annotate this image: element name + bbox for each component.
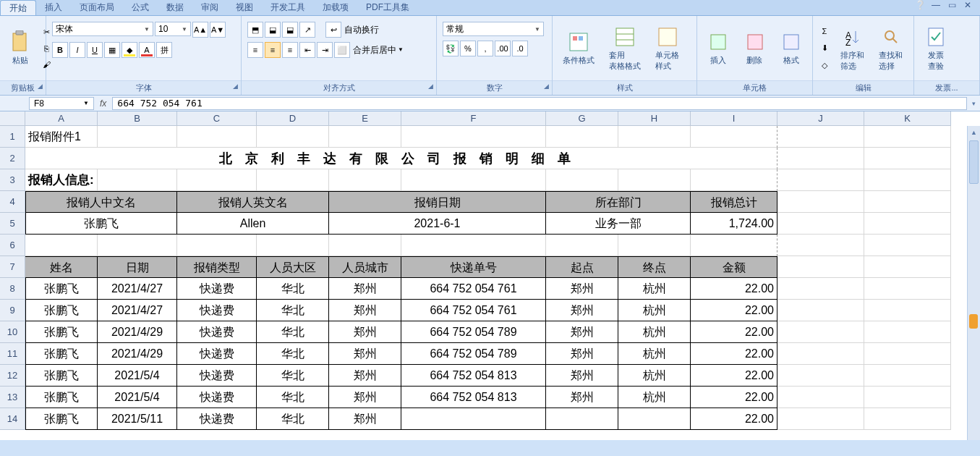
tab-PDF工具集[interactable]: PDF工具集 <box>357 0 418 15</box>
row-header-5[interactable]: 5 <box>0 213 25 235</box>
cell[interactable]: 郑州 <box>329 387 401 408</box>
cell[interactable]: 22.00 <box>691 343 777 365</box>
cell[interactable]: 业务一部 <box>546 213 691 235</box>
cell[interactable] <box>401 408 546 430</box>
cell[interactable]: 2021/5/4 <box>98 387 177 408</box>
conditional-format-button[interactable]: 条件格式 <box>557 28 600 69</box>
cell[interactable] <box>329 126 401 148</box>
help-icon[interactable]: ❔ <box>913 0 926 15</box>
tab-数据[interactable]: 数据 <box>158 0 192 15</box>
cell[interactable]: 张鹏飞 <box>25 321 98 343</box>
cell[interactable]: 金额 <box>691 256 777 278</box>
cell[interactable] <box>401 235 546 256</box>
cell[interactable] <box>777 387 864 408</box>
cell[interactable] <box>777 235 864 256</box>
cell[interactable]: 杭州 <box>618 343 691 365</box>
close-icon[interactable]: ✕ <box>961 0 974 15</box>
fill-icon[interactable]: ⬇ <box>817 41 832 56</box>
cell[interactable]: 郑州 <box>329 343 401 365</box>
select-all-corner[interactable] <box>0 111 25 126</box>
cell[interactable]: 22.00 <box>691 387 777 408</box>
cell[interactable] <box>177 126 257 148</box>
cell[interactable]: 姓名 <box>25 256 98 278</box>
cell[interactable]: 664 752 054 789 <box>401 321 546 343</box>
cell[interactable]: 22.00 <box>691 278 777 300</box>
format-cells-button[interactable]: 格式 <box>775 28 808 69</box>
cell[interactable]: 快递单号 <box>401 256 546 278</box>
decrease-decimal-icon[interactable]: .0 <box>512 41 528 56</box>
cell[interactable]: 664 752 054 813 <box>401 387 546 408</box>
cell[interactable]: 报销人信息: <box>25 169 98 191</box>
comma-icon[interactable]: , <box>477 41 493 56</box>
cell[interactable] <box>777 321 864 343</box>
paste-button[interactable]: 粘贴 <box>4 28 36 69</box>
cell[interactable]: 张鹏飞 <box>25 278 98 300</box>
number-format-combo[interactable]: 常规▼ <box>443 22 544 36</box>
bold-button[interactable]: B <box>52 42 68 58</box>
cell[interactable]: 664 752 054 761 <box>401 278 546 300</box>
cell[interactable]: 张鹏飞 <box>25 408 98 430</box>
cell[interactable] <box>618 126 691 148</box>
cell[interactable]: 郑州 <box>546 343 618 365</box>
cell[interactable] <box>177 169 257 191</box>
vertical-scrollbar[interactable]: ▲ <box>967 126 980 440</box>
insert-cells-button[interactable]: 插入 <box>702 28 735 69</box>
cell[interactable]: 郑州 <box>546 365 618 387</box>
cell[interactable] <box>691 235 777 256</box>
row-header-12[interactable]: 12 <box>0 365 25 387</box>
tab-审阅[interactable]: 审阅 <box>192 0 227 15</box>
cell[interactable] <box>864 408 951 430</box>
cell[interactable] <box>401 126 546 148</box>
cell[interactable]: 人员城市 <box>329 256 401 278</box>
row-header-10[interactable]: 10 <box>0 321 25 343</box>
cell[interactable] <box>618 235 691 256</box>
align-right-icon[interactable]: ≡ <box>282 42 298 58</box>
italic-button[interactable]: I <box>69 42 85 58</box>
increase-decimal-icon[interactable]: .00 <box>495 41 511 56</box>
cell[interactable]: 22.00 <box>691 408 777 430</box>
cell[interactable] <box>546 169 618 191</box>
cell[interactable]: 664 752 054 761 <box>401 300 546 321</box>
cell[interactable]: 22.00 <box>691 365 777 387</box>
col-header-F[interactable]: F <box>401 111 546 126</box>
cell[interactable] <box>864 321 951 343</box>
align-middle-icon[interactable]: ⬓ <box>265 22 281 38</box>
cell[interactable]: 664 752 054 789 <box>401 343 546 365</box>
row-header-3[interactable]: 3 <box>0 169 25 191</box>
cell[interactable] <box>864 126 951 148</box>
align-bottom-icon[interactable]: ⬓ <box>282 22 298 38</box>
cell[interactable] <box>98 169 177 191</box>
cell[interactable]: 郑州 <box>546 387 618 408</box>
cell[interactable] <box>257 169 329 191</box>
cell[interactable]: 张鹏飞 <box>25 213 177 235</box>
cell[interactable] <box>864 148 951 169</box>
delete-cells-button[interactable]: 删除 <box>738 28 771 69</box>
cell[interactable] <box>691 169 777 191</box>
cell[interactable] <box>25 235 98 256</box>
format-as-table-button[interactable]: 套用 表格格式 <box>603 22 647 75</box>
font-name-combo[interactable]: 宋体▼ <box>52 22 153 36</box>
sort-filter-button[interactable]: AZ排序和 筛选 <box>835 22 870 75</box>
increase-indent-icon[interactable]: ⇥ <box>317 42 333 58</box>
col-header-I[interactable]: I <box>691 111 777 126</box>
minimize-icon[interactable]: — <box>929 0 942 15</box>
row-header-8[interactable]: 8 <box>0 278 25 300</box>
cell[interactable]: 报销类型 <box>177 256 257 278</box>
cell[interactable]: 杭州 <box>618 300 691 321</box>
cell[interactable]: 华北 <box>257 343 329 365</box>
cell-styles-button[interactable]: 单元格 样式 <box>649 22 685 75</box>
cell[interactable]: 664 752 054 813 <box>401 365 546 387</box>
header-cell[interactable]: 报销日期 <box>329 191 546 213</box>
cell[interactable] <box>257 126 329 148</box>
cell[interactable] <box>329 235 401 256</box>
cell[interactable]: 报销附件1 <box>25 126 98 148</box>
cell[interactable] <box>777 343 864 365</box>
row-header-1[interactable]: 1 <box>0 126 25 148</box>
restore-icon[interactable]: ▭ <box>945 0 958 15</box>
row-header-9[interactable]: 9 <box>0 300 25 321</box>
col-header-H[interactable]: H <box>618 111 691 126</box>
cell[interactable]: 郑州 <box>546 278 618 300</box>
cell[interactable] <box>257 235 329 256</box>
tab-开发工具[interactable]: 开发工具 <box>262 0 314 15</box>
col-header-J[interactable]: J <box>777 111 864 126</box>
